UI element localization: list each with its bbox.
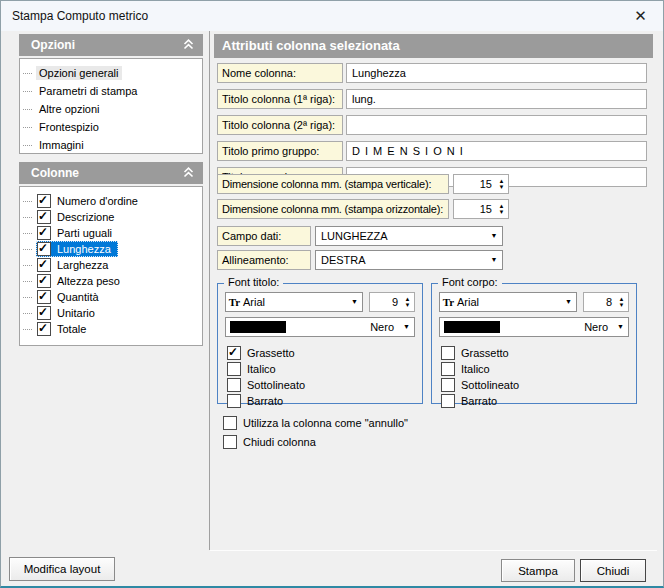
checkbox[interactable] bbox=[441, 362, 455, 376]
options-check-group: Utilizza la colonna come "annullo" Chiud… bbox=[223, 413, 408, 451]
checkbox[interactable] bbox=[441, 378, 455, 392]
sidebar-item-altre-opzioni[interactable]: Altre opzioni bbox=[20, 100, 202, 118]
dropdown-value: Nero bbox=[504, 318, 613, 336]
tree-branch bbox=[23, 329, 32, 330]
sidebar-item-opzioni-generali[interactable]: Opzioni generali bbox=[20, 64, 202, 82]
checkbox[interactable] bbox=[441, 394, 455, 408]
allineamento-dropdown[interactable]: DESTRA▼ bbox=[315, 250, 503, 270]
sidebar-item-parametri-di-stampa[interactable]: Parametri di stampa bbox=[20, 82, 202, 100]
column-item-quantita[interactable]: Quantità bbox=[20, 289, 202, 305]
font-titolo-size-spinner[interactable]: 9▲▼ bbox=[369, 292, 415, 312]
column-item-totale[interactable]: Totale bbox=[20, 321, 202, 337]
titolo-primo-gruppo-input[interactable]: D I M E N S I O N I bbox=[346, 141, 647, 161]
font-titolo-barrato-checkbox[interactable]: Barrato bbox=[227, 393, 415, 409]
spinner-down-icon[interactable]: ▼ bbox=[499, 184, 505, 190]
panel-header-colonne[interactable]: Colonne bbox=[19, 162, 203, 184]
tree-branch bbox=[23, 91, 32, 92]
checkbox[interactable] bbox=[37, 226, 51, 240]
fieldset-font-corpo: Font corpo: TrArial▼ 8▲▼ Nero▼ Grassetto… bbox=[431, 283, 637, 404]
color-swatch bbox=[444, 321, 500, 333]
font-titolo-grassetto-checkbox[interactable]: Grassetto bbox=[227, 345, 415, 361]
checkbox[interactable] bbox=[223, 435, 237, 449]
column-item-lunghezza[interactable]: Lunghezza bbox=[20, 241, 202, 257]
checkbox[interactable] bbox=[37, 258, 51, 272]
font-titolo-dropdown[interactable]: TrArial▼ bbox=[225, 292, 363, 312]
sidebar-item-frontespizio[interactable]: Frontespizio bbox=[20, 118, 202, 136]
column-item-altezza-peso[interactable]: Altezza peso bbox=[20, 273, 202, 289]
font-corpo-color-dropdown[interactable]: Nero▼ bbox=[439, 317, 629, 337]
checkbox[interactable] bbox=[223, 416, 237, 430]
font-corpo-italico-checkbox[interactable]: Italico bbox=[441, 361, 629, 377]
titlebar: Stampa Computo metrico ✕ bbox=[1, 1, 663, 31]
checkbox[interactable] bbox=[37, 210, 51, 224]
column-item-numero-d-ordine[interactable]: Numero d'ordine bbox=[20, 193, 202, 209]
window-title: Stampa Computo metrico bbox=[12, 9, 148, 23]
checkbox[interactable] bbox=[227, 378, 241, 392]
combo-field-group: Campo dati: LUNGHEZZA▼ Allineamento: DES… bbox=[217, 226, 647, 276]
spinner-value: 9 bbox=[370, 293, 401, 311]
checkbox[interactable] bbox=[37, 242, 51, 256]
checkbox[interactable] bbox=[37, 306, 51, 320]
dimensione-orizzontale-spinner[interactable]: 15▲▼ bbox=[453, 199, 509, 219]
checkbox[interactable] bbox=[441, 346, 455, 360]
titolo-colonna-1-input[interactable]: lung. bbox=[346, 89, 647, 109]
spinner-down-icon[interactable]: ▼ bbox=[499, 209, 505, 215]
checkbox[interactable] bbox=[37, 274, 51, 288]
dropdown-value: LUNGHEZZA bbox=[316, 227, 486, 245]
dimensione-verticale-spinner[interactable]: 15▲▼ bbox=[453, 174, 509, 194]
sidebar-item-immagini[interactable]: Immagini bbox=[20, 136, 202, 154]
stampa-button[interactable]: Stampa bbox=[501, 559, 575, 582]
checkbox[interactable] bbox=[37, 194, 51, 208]
column-item-unitario[interactable]: Unitario bbox=[20, 305, 202, 321]
checkbox[interactable] bbox=[227, 394, 241, 408]
tree-branch bbox=[23, 233, 32, 234]
font-titolo-sottolineato-checkbox[interactable]: Sottolineato bbox=[227, 377, 415, 393]
font-titolo-color-dropdown[interactable]: Nero▼ bbox=[225, 317, 415, 337]
close-button[interactable]: ✕ bbox=[618, 1, 663, 31]
dimension-field-group: Dimensione colonna mm. (stampa verticale… bbox=[217, 174, 647, 225]
opzioni-list: Opzioni generali Parametri di stampa Alt… bbox=[19, 58, 203, 154]
field-row-titolo-primo-gruppo: Titolo primo gruppo:D I M E N S I O N I bbox=[217, 141, 647, 161]
field-label: Dimensione colonna mm. (stampa verticale… bbox=[217, 174, 449, 194]
column-item-descrizione[interactable]: Descrizione bbox=[20, 209, 202, 225]
spinner-down-icon[interactable]: ▼ bbox=[619, 302, 625, 308]
utilizza-annullo-checkbox[interactable]: Utilizza la colonna come "annullo" bbox=[223, 413, 408, 432]
dropdown-arrow-icon: ▼ bbox=[613, 318, 628, 336]
checkbox[interactable] bbox=[37, 322, 51, 336]
panel-title-opzioni: Opzioni bbox=[31, 38, 75, 52]
tree-branch bbox=[23, 249, 32, 250]
titolo-colonna-2-input[interactable] bbox=[346, 115, 647, 135]
panel-header-opzioni[interactable]: Opzioni bbox=[19, 34, 203, 56]
font-corpo-sottolineato-checkbox[interactable]: Sottolineato bbox=[441, 377, 629, 393]
font-corpo-size-spinner[interactable]: 8▲▼ bbox=[583, 292, 629, 312]
field-row-titolo-colonna-1: Titolo colonna (1ª riga):lung. bbox=[217, 89, 647, 109]
tree-branch bbox=[23, 127, 32, 128]
font-corpo-dropdown[interactable]: TrArial▼ bbox=[439, 292, 577, 312]
tree-branch bbox=[23, 73, 32, 74]
campo-dati-dropdown[interactable]: LUNGHEZZA▼ bbox=[315, 226, 503, 246]
chiudi-button[interactable]: Chiudi bbox=[580, 559, 646, 582]
pane-separator bbox=[209, 31, 210, 550]
sidebar-item-label: Opzioni generali bbox=[36, 66, 122, 80]
modifica-layout-button[interactable]: Modifica layout bbox=[9, 557, 115, 581]
column-item-parti-uguali[interactable]: Parti uguali bbox=[20, 225, 202, 241]
dropdown-value: Arial bbox=[243, 293, 347, 311]
truetype-icon: Tr bbox=[440, 293, 457, 311]
font-corpo-barrato-checkbox[interactable]: Barrato bbox=[441, 393, 629, 409]
dropdown-value: Arial bbox=[457, 293, 561, 311]
checkbox[interactable] bbox=[227, 346, 241, 360]
font-titolo-italico-checkbox[interactable]: Italico bbox=[227, 361, 415, 377]
field-label: Titolo colonna (1ª riga): bbox=[217, 89, 343, 109]
checkbox-label: Italico bbox=[247, 363, 276, 375]
font-corpo-grassetto-checkbox[interactable]: Grassetto bbox=[441, 345, 629, 361]
checkbox[interactable] bbox=[227, 362, 241, 376]
spinner-down-icon[interactable]: ▼ bbox=[405, 302, 411, 308]
column-item-larghezza[interactable]: Larghezza bbox=[20, 257, 202, 273]
nome-colonna-input[interactable]: Lunghezza bbox=[346, 63, 647, 83]
checkbox-label: Grassetto bbox=[247, 347, 295, 359]
column-item-label: Descrizione bbox=[57, 211, 114, 223]
chiudi-colonna-checkbox[interactable]: Chiudi colonna bbox=[223, 432, 408, 451]
checkbox[interactable] bbox=[37, 290, 51, 304]
column-item-label: Altezza peso bbox=[57, 275, 120, 287]
dropdown-arrow-icon: ▼ bbox=[486, 227, 502, 245]
